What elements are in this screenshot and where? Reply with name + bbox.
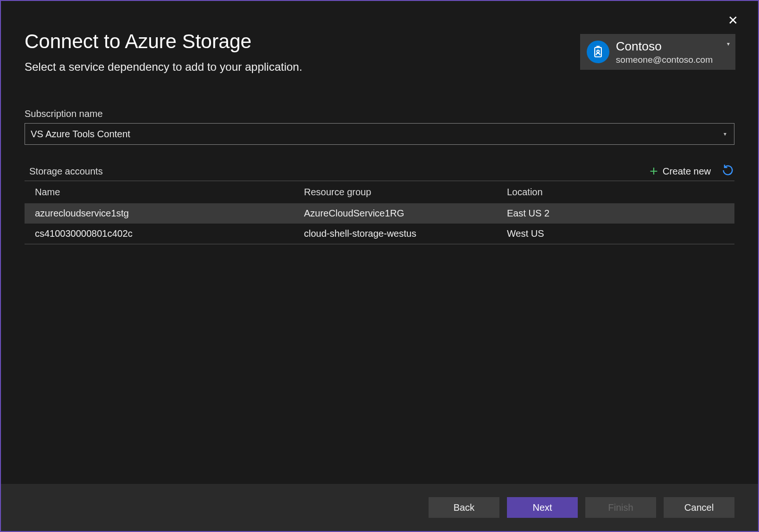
plus-icon: + — [649, 164, 658, 178]
account-email-label: someone@contoso.com — [616, 54, 713, 66]
svg-point-1 — [597, 50, 599, 52]
subscription-dropdown[interactable]: VS Azure Tools Content ▾ — [25, 123, 734, 145]
column-header-resource-group[interactable]: Resource group — [304, 187, 507, 198]
next-button[interactable]: Next — [507, 497, 578, 518]
storage-accounts-section: Storage accounts + Create new — [25, 164, 734, 244]
cell-location: East US 2 — [507, 208, 734, 219]
refresh-icon — [721, 164, 734, 177]
cell-name: cs410030000801c402c — [35, 228, 304, 239]
chevron-down-icon: ▾ — [724, 131, 726, 137]
subscription-label: Subscription name — [25, 108, 734, 119]
finish-button: Finish — [585, 497, 656, 518]
section-actions: + Create new — [649, 164, 734, 179]
account-avatar — [587, 41, 609, 63]
storage-accounts-label: Storage accounts — [25, 166, 103, 177]
storage-accounts-table: Name Resource group Location azureclouds… — [25, 181, 734, 244]
cancel-button[interactable]: Cancel — [664, 497, 734, 518]
section-header: Storage accounts + Create new — [25, 164, 734, 179]
create-new-label: Create new — [663, 166, 711, 177]
column-header-name[interactable]: Name — [35, 187, 304, 198]
cell-location: West US — [507, 228, 734, 239]
account-text: Contoso someone@contoso.com — [616, 39, 713, 65]
account-org-label: Contoso — [616, 39, 713, 54]
dialog-footer: Back Next Finish Cancel — [1, 484, 758, 531]
cell-resource-group: AzureCloudService1RG — [304, 208, 507, 219]
id-badge-icon — [591, 45, 605, 58]
back-button[interactable]: Back — [429, 497, 499, 518]
subscription-selected-value: VS Azure Tools Content — [31, 129, 130, 140]
table-header-row: Name Resource group Location — [25, 181, 734, 203]
create-new-button[interactable]: + Create new — [649, 164, 711, 178]
cell-resource-group: cloud-shell-storage-westus — [304, 228, 507, 239]
table-body: azurecloudservice1stgAzureCloudService1R… — [25, 203, 734, 244]
table-row[interactable]: cs410030000801c402ccloud-shell-storage-w… — [25, 224, 734, 244]
close-icon: ✕ — [728, 13, 738, 27]
close-button[interactable]: ✕ — [723, 12, 743, 28]
chevron-down-icon: ▾ — [727, 41, 730, 47]
account-selector[interactable]: Contoso someone@contoso.com ▾ — [580, 34, 735, 70]
dialog-body: ✕ Contoso someone@contoso.com ▾ Connect … — [1, 1, 758, 484]
refresh-button[interactable] — [721, 164, 734, 179]
column-header-location[interactable]: Location — [507, 187, 734, 198]
dialog-container: ✕ Contoso someone@contoso.com ▾ Connect … — [0, 0, 759, 532]
cell-name: azurecloudservice1stg — [35, 208, 304, 219]
table-row[interactable]: azurecloudservice1stgAzureCloudService1R… — [25, 203, 734, 224]
